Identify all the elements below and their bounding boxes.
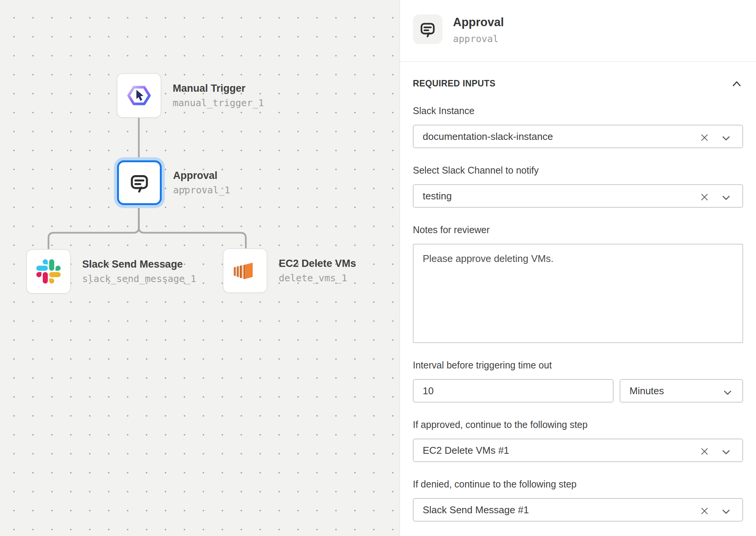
node-ec2-box[interactable] <box>223 248 267 293</box>
slack-instance-label: Slack Instance <box>413 105 743 116</box>
approved-step-label: If approved, continue to the following s… <box>413 419 743 430</box>
interval-value-box[interactable] <box>413 379 614 403</box>
approved-step-input[interactable] <box>414 439 742 461</box>
node-approval-labels: Approval approval_1 <box>173 169 230 196</box>
slack-channel-input[interactable] <box>414 185 742 207</box>
ec2-icon <box>231 257 259 284</box>
slack-instance-input[interactable] <box>414 125 742 147</box>
manual-trigger-hexagon-cursor-icon <box>127 83 152 108</box>
notes-for-reviewer-label: Notes for reviewer <box>413 224 743 235</box>
panel-header-text: Approval approval <box>453 14 504 45</box>
approval-comment-icon <box>129 172 150 193</box>
interval-unit-value: Minutes <box>620 385 664 397</box>
chevron-down-icon[interactable] <box>720 133 732 144</box>
approval-comment-icon <box>413 14 442 44</box>
node-slack-send-message[interactable]: Slack Send Message slack_send_message_1 <box>26 249 196 294</box>
panel-divider <box>400 61 756 62</box>
required-inputs-section-header[interactable]: REQUIRED INPUTS <box>413 78 743 89</box>
config-panel-header: Approval approval <box>400 0 756 61</box>
interval-label: Interval before triggering time out <box>413 360 743 371</box>
notes-textarea-wrap: Please approve deleting VMs. <box>413 244 743 343</box>
panel-title: Approval <box>453 15 504 30</box>
node-approval-box[interactable] <box>117 160 162 205</box>
panel-body: REQUIRED INPUTS Slack Instance <box>400 78 756 522</box>
node-subtitle: delete_vms_1 <box>279 272 356 284</box>
node-subtitle: approval_1 <box>173 184 230 196</box>
x-icon[interactable] <box>699 506 710 516</box>
workflow-builder-app: Manual Trigger manual_trigger_1 Approval… <box>0 0 756 536</box>
panel-subtitle: approval <box>453 33 504 45</box>
denied-step-combobox[interactable] <box>413 498 743 522</box>
node-ec2-delete-vms[interactable]: EC2 Delete VMs delete_vms_1 <box>223 248 356 293</box>
x-icon[interactable] <box>699 132 710 143</box>
x-icon[interactable] <box>699 446 710 457</box>
node-slack-box[interactable] <box>26 249 71 294</box>
denied-step-label: If denied, continue to the following ste… <box>413 479 743 490</box>
chevron-down-icon[interactable] <box>720 506 732 517</box>
node-slack-labels: Slack Send Message slack_send_message_1 <box>82 258 196 285</box>
slack-icon <box>36 259 61 284</box>
node-title: EC2 Delete VMs <box>279 257 356 270</box>
chevron-down-icon[interactable] <box>722 387 733 398</box>
notes-textarea[interactable]: Please approve deleting VMs. <box>414 244 742 342</box>
node-title: Slack Send Message <box>82 258 196 271</box>
interval-value-input[interactable] <box>414 380 613 402</box>
node-subtitle: manual_trigger_1 <box>173 97 264 109</box>
slack-instance-combobox[interactable] <box>413 125 743 148</box>
node-manual-trigger[interactable]: Manual Trigger manual_trigger_1 <box>117 73 264 118</box>
chevron-down-icon[interactable] <box>720 193 732 203</box>
interval-unit-select[interactable]: Minutes <box>620 379 743 403</box>
node-manual-trigger-labels: Manual Trigger manual_trigger_1 <box>173 82 264 109</box>
config-panel: Approval approval REQUIRED INPUTS Slack … <box>400 0 756 536</box>
approved-step-combobox[interactable] <box>413 439 743 462</box>
denied-step-input[interactable] <box>414 499 742 521</box>
interval-row: Minutes <box>413 379 743 403</box>
node-manual-trigger-box[interactable] <box>117 73 161 118</box>
x-icon[interactable] <box>699 192 710 202</box>
node-title: Manual Trigger <box>173 82 264 95</box>
chevron-up-icon[interactable] <box>730 79 743 89</box>
slack-channel-combobox[interactable] <box>413 184 743 208</box>
workflow-canvas[interactable]: Manual Trigger manual_trigger_1 Approval… <box>0 0 400 536</box>
section-title: REQUIRED INPUTS <box>413 78 495 89</box>
node-subtitle: slack_send_message_1 <box>82 273 196 285</box>
node-title: Approval <box>173 169 230 182</box>
slack-channel-label: Select Slack Channel to notify <box>413 165 743 176</box>
node-ec2-labels: EC2 Delete VMs delete_vms_1 <box>279 257 356 284</box>
node-approval[interactable]: Approval approval_1 <box>117 160 230 205</box>
chevron-down-icon[interactable] <box>720 447 732 458</box>
